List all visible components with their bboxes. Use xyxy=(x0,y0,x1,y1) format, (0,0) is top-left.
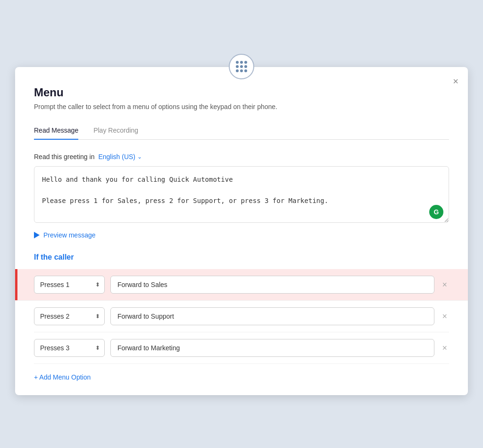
close-button[interactable]: × xyxy=(453,76,458,86)
action-input[interactable] xyxy=(110,276,434,294)
message-textarea[interactable]: Hello and thank you for calling Quick Au… xyxy=(34,166,449,223)
option-row: Presses 1Presses 2Presses 3Presses 4Pres… xyxy=(34,332,449,364)
delete-option-button[interactable]: × xyxy=(440,279,449,291)
grid-icon xyxy=(236,61,247,72)
press-select[interactable]: Presses 1Presses 2Presses 3Presses 4Pres… xyxy=(34,276,105,294)
add-option-label: + Add Menu Option xyxy=(34,373,91,381)
chevron-down-icon: ⌄ xyxy=(137,153,142,160)
language-dropdown[interactable]: English (US) ⌄ xyxy=(98,153,142,161)
tab-bar: Read Message Play Recording xyxy=(34,122,449,140)
add-menu-option-button[interactable]: + Add Menu Option xyxy=(34,373,91,381)
action-input[interactable] xyxy=(110,339,434,357)
language-label: English (US) xyxy=(98,153,135,161)
greeting-prefix: Read this greeting in xyxy=(34,153,94,161)
grammarly-icon: G xyxy=(429,205,443,219)
message-textarea-wrapper: Hello and thank you for calling Quick Au… xyxy=(34,166,449,225)
play-icon xyxy=(34,232,40,238)
action-input[interactable] xyxy=(110,307,434,325)
option-row: Presses 1Presses 2Presses 3Presses 4Pres… xyxy=(34,301,449,332)
modal-title: Menu xyxy=(34,86,449,99)
greeting-row: Read this greeting in English (US) ⌄ xyxy=(34,153,449,161)
press-select-wrapper: Presses 1Presses 2Presses 3Presses 4Pres… xyxy=(34,307,105,325)
modal-wrapper: × Menu Prompt the caller to select from … xyxy=(15,67,468,395)
menu-icon-circle xyxy=(229,54,254,79)
if-caller-label: If the caller xyxy=(34,253,449,262)
press-select[interactable]: Presses 1Presses 2Presses 3Presses 4Pres… xyxy=(34,307,105,325)
modal-container: × Menu Prompt the caller to select from … xyxy=(15,67,468,395)
press-select[interactable]: Presses 1Presses 2Presses 3Presses 4Pres… xyxy=(34,339,105,357)
modal-subtitle: Prompt the caller to select from a menu … xyxy=(34,103,449,110)
tab-read-message[interactable]: Read Message xyxy=(34,122,78,140)
options-container: Presses 1Presses 2Presses 3Presses 4Pres… xyxy=(34,269,449,364)
delete-option-button[interactable]: × xyxy=(440,310,449,322)
press-select-wrapper: Presses 1Presses 2Presses 3Presses 4Pres… xyxy=(34,339,105,357)
preview-label: Preview message xyxy=(43,231,96,239)
press-select-wrapper: Presses 1Presses 2Presses 3Presses 4Pres… xyxy=(34,276,105,294)
option-row: Presses 1Presses 2Presses 3Presses 4Pres… xyxy=(15,269,468,301)
tab-play-recording[interactable]: Play Recording xyxy=(93,122,138,140)
preview-message-button[interactable]: Preview message xyxy=(34,231,96,239)
delete-option-button[interactable]: × xyxy=(440,342,449,354)
